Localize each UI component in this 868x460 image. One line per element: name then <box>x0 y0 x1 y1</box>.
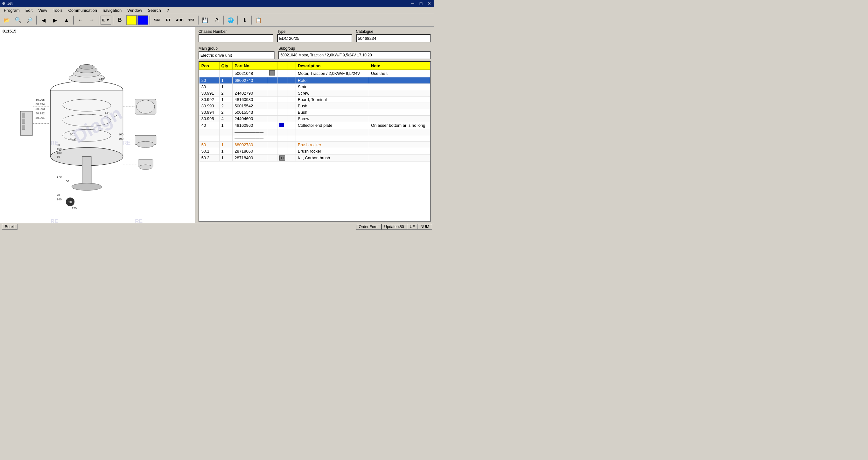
menu-item-navigation[interactable]: navigation <box>100 7 124 13</box>
table-row[interactable]: 20168002740Rotor <box>199 78 430 84</box>
menu-item-?[interactable]: ? <box>164 7 172 13</box>
separator-9 <box>251 16 252 25</box>
table-cell <box>277 148 288 154</box>
table-cell <box>288 109 296 116</box>
camera-icon[interactable]: ⊡ <box>279 155 285 161</box>
subgroup-input[interactable]: 50021048 Motor, Traction / 2,0KW/F 9,5/2… <box>278 51 431 59</box>
main-area: 011515 Diagn <box>0 27 434 223</box>
main-group-input[interactable]: Electric drive unit <box>198 51 275 59</box>
table-row[interactable]: 301———————Stator <box>199 84 430 90</box>
table-cell <box>267 84 277 90</box>
parts-table-container[interactable]: Pos Qty Part No. Description Note 500210… <box>198 61 431 222</box>
table-row[interactable]: 30.995424404600Screw <box>199 116 430 122</box>
separator-4 <box>113 16 113 25</box>
globe-button[interactable]: 🌐 <box>225 15 236 25</box>
col-header-i2 <box>277 62 288 70</box>
sn-button[interactable]: S/N <box>151 15 162 25</box>
svg-text:70: 70 <box>57 193 60 197</box>
minimize-button[interactable]: ─ <box>410 1 415 6</box>
col-header-i3 <box>288 62 296 70</box>
save-button[interactable]: 💾 <box>200 15 211 25</box>
table-cell <box>267 129 277 135</box>
title-bar-left: ⚙ Jeti <box>2 1 13 6</box>
table-row[interactable]: 50021048Motor, Traction / 2,0KW/F 9,5/24… <box>199 70 430 78</box>
chassis-label: Chassis Number <box>198 29 273 34</box>
svg-text:150: 150 <box>57 147 62 151</box>
col-header-note: Note <box>369 62 430 70</box>
info-button[interactable]: ℹ <box>239 15 250 25</box>
table-cell <box>369 78 430 84</box>
table-cell: Board, Terminal <box>296 96 369 103</box>
table-cell <box>369 116 430 122</box>
table-cell <box>277 116 288 122</box>
table-row[interactable]: 30.991224402790Screw <box>199 90 430 96</box>
catalog-button[interactable]: 📋 <box>253 15 264 25</box>
close-button[interactable]: ✕ <box>426 1 432 6</box>
open-button[interactable]: 📂 <box>1 15 12 25</box>
table-row[interactable]: 50.1128718060Brush rocker <box>199 148 430 154</box>
table-row[interactable]: ——————— <box>199 135 430 142</box>
table-row[interactable]: 30.993250015542Bush <box>199 103 430 109</box>
app-icon: ⚙ <box>2 1 5 6</box>
table-row[interactable]: 30.992148160980Board, Terminal <box>199 96 430 103</box>
menu-item-search[interactable]: Search <box>145 7 163 13</box>
blue-button[interactable] <box>137 15 148 25</box>
table-cell <box>369 142 430 148</box>
up-button[interactable]: ▲ <box>61 15 72 25</box>
menu-item-tools[interactable]: Tools <box>50 7 65 13</box>
chassis-input[interactable] <box>198 34 273 42</box>
back-button[interactable]: ◀ <box>38 15 49 25</box>
table-header-row: Pos Qty Part No. Description Note <box>199 62 430 70</box>
table-row[interactable]: 30.994250015543Bush <box>199 109 430 116</box>
table-cell: 28718060 <box>232 148 267 154</box>
menu-item-edit[interactable]: Edit <box>23 7 35 13</box>
col-header-qty: Qty <box>219 62 232 70</box>
svg-rect-1 <box>51 90 123 156</box>
table-cell: 1 <box>219 84 232 90</box>
table-cell <box>267 154 277 162</box>
status-bereit: Bereit <box>2 224 18 230</box>
part-image-icon[interactable] <box>269 70 275 76</box>
separator-5 <box>150 16 150 25</box>
table-cell <box>288 154 296 162</box>
table-row[interactable]: 50.2128718400⊡Kit, Carbon brush <box>199 154 430 162</box>
table-cell <box>267 142 277 148</box>
nav-dropdown[interactable]: ⊞ ▼ <box>100 16 111 25</box>
search-button[interactable]: 🔎 <box>24 15 35 25</box>
print-button[interactable]: 🖨 <box>211 15 222 25</box>
svg-point-15 <box>136 141 155 147</box>
table-row[interactable]: 40148160960Collector end plateOn asser b… <box>199 122 430 129</box>
svg-text:20: 20 <box>68 200 72 204</box>
toolbar: 📂 🔍 🔎 ◀ ▶ ▲ ← → ⊞ ▼ B S/N ET ABC 123 💾 🖨… <box>0 14 434 27</box>
catalogue-input[interactable]: 50468234 <box>356 34 431 42</box>
table-cell <box>369 148 430 154</box>
et-button[interactable]: ET <box>163 15 174 25</box>
yellow-button[interactable] <box>126 15 137 25</box>
nav-forward-button[interactable]: → <box>87 15 97 25</box>
zoom-in-button[interactable]: 🔍 <box>13 15 24 25</box>
svg-point-17 <box>139 165 152 170</box>
menu-item-view[interactable]: View <box>36 7 50 13</box>
svg-text:RE: RE <box>123 140 130 146</box>
type-input[interactable]: EDC 20/25 <box>277 34 352 42</box>
menu-item-communication[interactable]: Communication <box>66 7 100 13</box>
table-cell <box>219 135 232 142</box>
menu-item-program[interactable]: Program <box>1 7 22 13</box>
title-bar-controls[interactable]: ─ □ ✕ <box>410 1 432 6</box>
forward-button[interactable]: ▶ <box>50 15 60 25</box>
bookmark-button[interactable]: B <box>115 15 125 25</box>
table-cell: 50015542 <box>232 103 267 109</box>
abc-button[interactable]: ABC <box>174 15 185 25</box>
app-title: Jeti <box>7 1 13 6</box>
status-order-form: Order Form <box>356 224 381 230</box>
main-group-field-group: Main group Electric drive unit <box>198 46 275 59</box>
table-row[interactable]: ——————— <box>199 129 430 135</box>
table-cell: On asser bottom ar is no long <box>369 122 430 129</box>
maximize-button[interactable]: □ <box>418 1 424 6</box>
table-row[interactable]: 50168002780Brush rocker <box>199 142 430 148</box>
table-cell: 50 <box>199 142 219 148</box>
nav-back-button[interactable]: ← <box>75 15 86 25</box>
menu-item-window[interactable]: Window <box>125 7 145 13</box>
table-cell <box>288 90 296 96</box>
num-button[interactable]: 123 <box>186 15 197 25</box>
